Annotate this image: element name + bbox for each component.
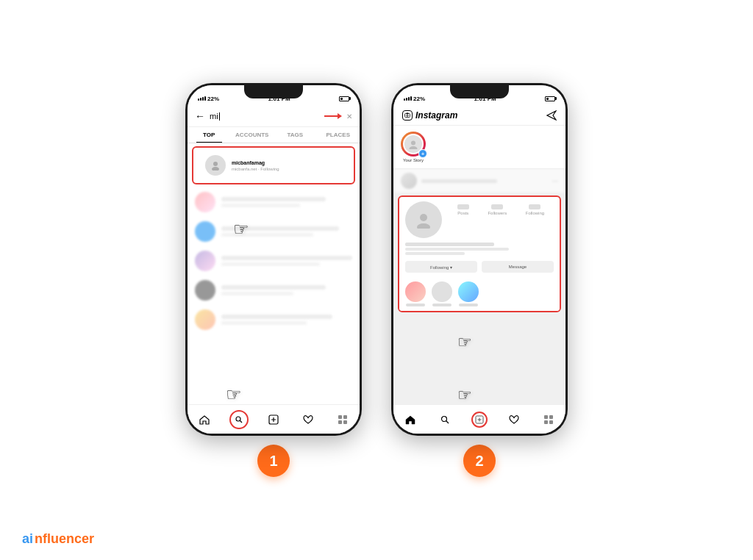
battery-percent-2: 22% xyxy=(413,96,425,102)
svg-rect-26 xyxy=(549,415,553,419)
svg-rect-15 xyxy=(407,113,409,115)
svg-rect-10 xyxy=(343,415,347,419)
hand-cursor-2: ☞ xyxy=(226,384,242,405)
result-text-4 xyxy=(221,256,352,266)
your-story-label: Your Story xyxy=(403,158,424,162)
phone-1: 22% 1:01 PM ← mi xyxy=(185,83,362,436)
profile-card-highlighted: Posts Followers Following xyxy=(398,195,561,312)
message-button[interactable]: Message xyxy=(482,261,554,273)
svg-point-20 xyxy=(442,416,447,421)
result-avatar-3 xyxy=(195,221,215,242)
result-text-1: micbanfamag micbanfa.net · Following xyxy=(232,160,342,171)
svg-rect-13 xyxy=(405,114,410,118)
nav-plus-circle xyxy=(471,412,488,428)
tab-accounts[interactable]: ACCOUNTS xyxy=(231,127,274,143)
ig-title: Instagram xyxy=(415,110,457,121)
result-avatar-1 xyxy=(205,155,226,176)
svg-point-17 xyxy=(410,146,418,149)
nav-grid-icon-2[interactable] xyxy=(538,409,560,431)
result-avatar-4 xyxy=(195,251,215,271)
svg-point-16 xyxy=(411,141,415,146)
nav-search-circle xyxy=(229,410,249,429)
search-header: ← mi ✕ xyxy=(188,106,360,127)
nav-heart-icon[interactable] xyxy=(297,409,319,431)
highlight-item-1[interactable] xyxy=(405,281,426,306)
search-result-item-3 xyxy=(188,217,360,246)
result-sub-1: micbanfa.net · Following xyxy=(232,167,342,171)
phone-1-screen: 22% 1:01 PM ← mi xyxy=(188,85,360,434)
search-input-display[interactable]: mi xyxy=(210,112,318,121)
feed-post-header-1: ··· xyxy=(393,169,565,193)
nav-plus-icon[interactable] xyxy=(263,409,285,431)
search-result-item-1[interactable]: micbanfamag micbanfa.net · Following xyxy=(198,151,349,180)
main-container: 22% 1:01 PM ← mi xyxy=(0,0,753,560)
step-bubble-2: 2 xyxy=(463,445,496,477)
svg-rect-11 xyxy=(338,420,342,424)
brand-ai-text: ai xyxy=(22,531,33,547)
back-arrow-icon[interactable]: ← xyxy=(195,110,205,122)
svg-point-14 xyxy=(407,115,408,116)
nav-home-icon[interactable] xyxy=(193,409,215,431)
your-story-item[interactable]: + Your Story xyxy=(401,132,426,162)
search-result-highlighted[interactable]: micbanfamag micbanfa.net · Following xyxy=(192,146,355,184)
svg-point-4 xyxy=(236,417,240,421)
highlight-item-3[interactable] xyxy=(458,281,479,306)
profile-action-buttons: Following ▾ Message xyxy=(399,258,560,277)
ig-camera-icon[interactable] xyxy=(402,110,413,121)
brand-nfluencer-text: nfluencer xyxy=(35,531,94,547)
ig-logo-area: Instagram xyxy=(402,110,457,121)
bottom-nav-1 xyxy=(188,404,360,434)
brand-logo: ainfluencer xyxy=(22,531,94,547)
nav-home-icon-2[interactable] xyxy=(399,409,421,431)
battery-percent-1: 22% xyxy=(207,96,219,102)
search-result-item-5 xyxy=(188,276,360,305)
red-arrow-annotation xyxy=(324,112,342,120)
stat-posts-label: Posts xyxy=(457,211,468,215)
tab-tags[interactable]: TAGS xyxy=(274,127,317,143)
profile-bio xyxy=(399,243,560,258)
tab-top[interactable]: TOP xyxy=(188,127,231,143)
svg-point-18 xyxy=(420,214,427,221)
highlight-item-2[interactable] xyxy=(432,281,452,306)
nav-plus-icon-2[interactable] xyxy=(468,409,490,431)
svg-rect-25 xyxy=(544,415,548,419)
battery-icon-1 xyxy=(339,96,349,101)
svg-rect-9 xyxy=(338,415,342,419)
search-result-item-6 xyxy=(188,305,360,334)
svg-point-19 xyxy=(417,223,430,229)
ig-send-icon[interactable] xyxy=(546,110,557,121)
svg-marker-1 xyxy=(338,113,342,119)
svg-point-2 xyxy=(213,162,218,166)
hand-cursor-3: ☞ xyxy=(457,333,472,352)
phone-1-wrapper: 22% 1:01 PM ← mi xyxy=(185,83,362,477)
cursor-blink xyxy=(219,112,220,121)
nav-grid-icon[interactable] xyxy=(332,409,354,431)
default-avatar-icon xyxy=(210,160,221,170)
search-clear-icon[interactable]: ✕ xyxy=(346,112,352,121)
phone-2-wrapper: 22% 1:01 PM xyxy=(391,83,568,477)
result-text-6 xyxy=(221,315,352,325)
result-text-2 xyxy=(221,197,352,207)
nav-heart-icon-2[interactable] xyxy=(503,409,525,431)
phone-2: 22% 1:01 PM xyxy=(391,83,568,436)
battery-icon-2 xyxy=(545,96,555,101)
result-name-1: micbanfamag xyxy=(232,160,342,165)
nav-search-icon[interactable] xyxy=(228,409,250,431)
tab-places[interactable]: PLACES xyxy=(317,127,360,143)
search-tabs: TOP ACCOUNTS TAGS PLACES xyxy=(188,127,360,143)
following-button[interactable]: Following ▾ xyxy=(405,261,477,273)
svg-line-21 xyxy=(446,420,449,423)
bottom-nav-2 xyxy=(393,404,565,434)
stories-row: + Your Story xyxy=(393,126,565,169)
notch-1 xyxy=(244,85,303,98)
result-avatar-2 xyxy=(195,192,215,212)
signal-icon xyxy=(198,96,206,101)
story-add-icon[interactable]: + xyxy=(418,149,427,158)
status-left-1: 22% xyxy=(198,96,219,102)
svg-rect-28 xyxy=(549,420,553,424)
search-results-list: micbanfamag micbanfa.net · Following xyxy=(188,143,360,404)
stat-followers-label: Followers xyxy=(488,211,507,215)
hand-cursor-1: ☞ xyxy=(233,219,249,240)
ig-header: Instagram xyxy=(393,106,565,126)
nav-search-icon-2[interactable] xyxy=(434,409,456,431)
